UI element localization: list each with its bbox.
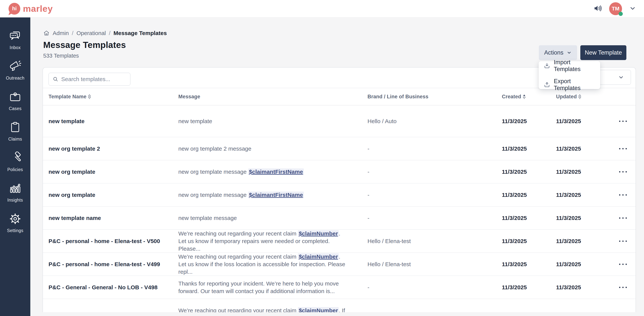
- created-date: 11/3/2025: [502, 146, 556, 152]
- template-name: new template: [43, 118, 178, 124]
- logo-wordmark: marley: [23, 4, 53, 14]
- variable-token[interactable]: $claimNumber: [298, 230, 339, 237]
- updated-date: 11/3/2025: [556, 215, 610, 221]
- sort-icon-asc: [523, 94, 526, 99]
- template-name: new org template: [43, 192, 178, 198]
- template-message: new template: [178, 118, 356, 125]
- variable-token[interactable]: $claimNumber: [298, 253, 339, 260]
- menu-item-label: Import Templates: [554, 59, 595, 72]
- table-row[interactable]: new template name new template message -…: [43, 206, 636, 230]
- home-icon[interactable]: [43, 30, 50, 36]
- row-actions-button[interactable]: [617, 169, 629, 175]
- breadcrumb-operational[interactable]: Operational: [76, 30, 106, 36]
- sidebar-item-claims[interactable]: Claims: [8, 121, 22, 142]
- new-template-button-label: New Template: [585, 49, 622, 56]
- table-row[interactable]: new org template new org template messag…: [43, 160, 636, 184]
- breadcrumb-separator: /: [72, 30, 73, 36]
- row-actions-button[interactable]: [617, 118, 629, 124]
- brand-lob: -: [368, 192, 502, 198]
- template-message: new template message: [178, 214, 356, 222]
- variable-token[interactable]: $claimantFirstName: [248, 192, 304, 198]
- table-row[interactable]: P&C - personal - home - Elena-test - V50…: [43, 230, 636, 253]
- briefcase-icon: [9, 90, 22, 104]
- presence-dot: [618, 12, 623, 16]
- updated-date: 11/3/2025: [556, 146, 610, 152]
- template-message: new org template message $claimantFirstN…: [178, 168, 356, 176]
- account-chevron-down-icon[interactable]: [629, 4, 636, 13]
- template-name: new template name: [43, 215, 178, 221]
- template-name: P&C - General - General - No LOB - V498: [43, 284, 178, 290]
- menu-item-export-templates[interactable]: Export Templates: [539, 76, 600, 94]
- table-row[interactable]: new org template new org template messag…: [43, 184, 636, 206]
- sidebar-item-insights[interactable]: Insights: [8, 182, 23, 203]
- sidebar-item-label: Settings: [7, 228, 23, 233]
- sidebar-item-settings[interactable]: Settings: [7, 212, 23, 233]
- sidebar-item-label: Inbox: [10, 45, 21, 50]
- menu-item-import-templates[interactable]: Import Templates: [539, 57, 600, 74]
- sidebar-item-inbox[interactable]: Inbox: [9, 30, 22, 50]
- sort-icon: [88, 94, 91, 99]
- inbox-icon: [9, 30, 22, 43]
- page-title: Message Templates: [43, 40, 126, 50]
- updated-date: 11/3/2025: [556, 168, 610, 175]
- search-icon: [52, 76, 58, 82]
- column-header-updated[interactable]: Updated: [556, 94, 610, 100]
- sidebar: Inbox Outreach Cases Claim: [0, 18, 30, 316]
- table-row[interactable]: new org template 2 new org template 2 me…: [43, 137, 636, 160]
- table-row[interactable]: P&C - General - General - No LOB - V498 …: [43, 276, 636, 299]
- column-header-created[interactable]: Created: [502, 94, 556, 100]
- breadcrumb-admin[interactable]: Admin: [53, 30, 69, 36]
- template-name: new org template: [43, 168, 178, 175]
- row-actions-button[interactable]: [617, 192, 629, 198]
- hi-bubble-icon: hi: [8, 3, 20, 14]
- row-actions-button[interactable]: [617, 261, 629, 267]
- ellipsis-icon: [618, 171, 627, 173]
- sidebar-item-label: Claims: [8, 136, 22, 142]
- gear-icon: [9, 212, 22, 226]
- ellipsis-icon: [618, 148, 627, 150]
- updated-date: 11/3/2025: [556, 261, 610, 268]
- marley-logo[interactable]: hi marley: [8, 3, 53, 14]
- sidebar-item-label: Policies: [8, 167, 23, 172]
- search-box: [48, 73, 130, 86]
- row-actions-button[interactable]: [617, 238, 629, 244]
- created-date: 11/3/2025: [502, 168, 556, 175]
- main-content: Admin / Operational / Message Templates …: [30, 18, 644, 316]
- brand-lob: Hello / Elena-test: [368, 261, 502, 268]
- brand-lob: -: [368, 168, 502, 175]
- template-message: new org template message $claimantFirstN…: [178, 191, 356, 199]
- sidebar-item-policies[interactable]: Policies: [8, 152, 23, 172]
- variable-token[interactable]: $claimantFirstName: [248, 168, 304, 175]
- avatar[interactable]: TM: [609, 2, 622, 15]
- logo-bubble-text: hi: [12, 6, 17, 12]
- ellipsis-icon: [618, 263, 627, 266]
- sort-icon: [578, 94, 581, 99]
- row-actions-button[interactable]: [617, 146, 629, 152]
- updated-date: 11/3/2025: [556, 238, 610, 244]
- template-message: Thanks for reporting your incident. We’r…: [178, 280, 356, 295]
- updated-date: 11/3/2025: [556, 284, 610, 290]
- sidebar-item-outreach[interactable]: Outreach: [6, 60, 24, 81]
- breadcrumb: Admin / Operational / Message Templates: [43, 30, 167, 36]
- sidebar-item-cases[interactable]: Cases: [9, 90, 22, 111]
- created-date: 11/3/2025: [502, 118, 556, 124]
- row-actions-button[interactable]: [617, 215, 629, 221]
- upload-icon: [544, 81, 550, 88]
- row-actions-button[interactable]: [617, 284, 629, 290]
- created-date: 11/3/2025: [502, 215, 556, 221]
- column-header-template-name[interactable]: Template Name: [43, 94, 178, 100]
- brand-lob: Hello / Auto: [368, 118, 502, 124]
- created-date: 11/3/2025: [502, 192, 556, 198]
- brand-lob: Hello / Elena-test: [368, 238, 502, 244]
- template-name: P&C - personal - home - Elena-test - V49…: [43, 261, 178, 268]
- sound-icon[interactable]: [593, 4, 602, 14]
- template-message: We’re reaching out regarding your recent…: [178, 230, 356, 252]
- breadcrumb-current: Message Templates: [114, 30, 167, 36]
- brand-lob: -: [368, 284, 502, 290]
- gavel-icon: [9, 152, 22, 165]
- clipboard-icon: [9, 121, 22, 134]
- table-row[interactable]: P&C - personal - home - Elena-test - V49…: [43, 253, 636, 276]
- table-row[interactable]: new template new template Hello / Auto 1…: [43, 105, 636, 137]
- chevron-down-icon: [566, 50, 572, 55]
- search-input[interactable]: [61, 76, 126, 82]
